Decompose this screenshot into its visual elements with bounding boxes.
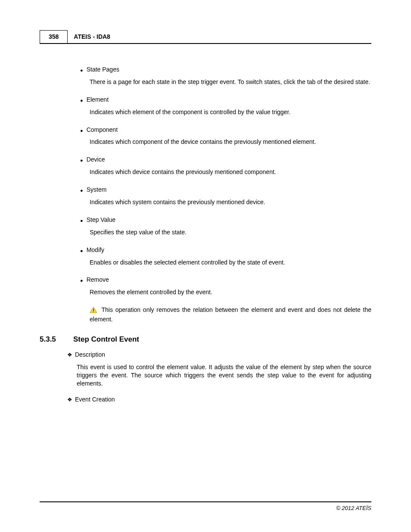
warning-note: This operation only removes the relation…	[90, 306, 371, 324]
bullet-description: There is a page for each state in the st…	[90, 78, 371, 86]
bullet-description: Enables or disables the selected element…	[90, 258, 371, 267]
bullet-description: Indicates which system contains the prev…	[90, 198, 371, 206]
warning-text: This operation only removes the relation…	[90, 306, 371, 323]
bullet-icon: ●	[80, 128, 83, 133]
bullet-description: Indicates which device contains the prev…	[90, 168, 371, 176]
bullet-icon: ●	[80, 278, 83, 283]
bullet-element: ● Element Indicates which element of the…	[80, 96, 371, 116]
bullet-state-pages: ● State Pages There is a page for each s…	[80, 65, 371, 86]
bullet-remove: ● Remove Removes the element controlled …	[80, 276, 371, 324]
bullet-system: ● System Indicates which system contains…	[80, 186, 371, 206]
bullet-description: Specifies the step value of the state.	[90, 228, 371, 236]
page-content: ● State Pages There is a page for each s…	[40, 65, 371, 403]
bullet-description: Indicates which element of the component…	[90, 108, 371, 116]
svg-rect-2	[93, 311, 94, 312]
bullet-component: ● Component Indicates which component of…	[80, 126, 371, 146]
diamond-icon: ❖	[67, 396, 72, 404]
bullet-modify: ● Modify Enables or disables the selecte…	[80, 246, 371, 267]
document-page: 358 ATEIS - IDA8 ● State Pages There is …	[0, 0, 411, 532]
page-footer: © 2012 ATEÏS	[40, 501, 371, 511]
bullet-description: Removes the element controlled by the ev…	[90, 288, 371, 296]
bullet-icon: ●	[80, 218, 83, 223]
bullet-title: Device	[87, 156, 105, 164]
copyright-text: © 2012 ATEÏS	[336, 505, 371, 511]
svg-rect-1	[93, 309, 94, 311]
section-number: 5.3.5	[40, 335, 73, 345]
document-title: ATEIS - IDA8	[68, 30, 116, 43]
bullet-title: State Pages	[87, 65, 119, 74]
bullet-icon: ●	[80, 158, 83, 163]
bullet-icon: ●	[80, 68, 83, 73]
section-title: Step Control Event	[73, 335, 139, 345]
bullet-icon: ●	[80, 188, 83, 193]
page-number: 358	[40, 30, 68, 43]
section-description-text: This event is used to control the elemen…	[77, 363, 371, 388]
bullet-title: System	[87, 186, 107, 194]
bullet-title: Element	[87, 96, 109, 104]
diamond-icon: ❖	[67, 351, 72, 359]
bullet-icon: ●	[80, 98, 83, 103]
subheading-label: Description	[75, 351, 105, 359]
bullet-title: Modify	[87, 246, 104, 254]
section-heading: 5.3.5 Step Control Event	[40, 335, 371, 345]
bullet-device: ● Device Indicates which device contains…	[80, 156, 371, 176]
bullet-title: Remove	[87, 276, 109, 284]
bullet-step-value: ● Step Value Specifies the step value of…	[80, 216, 371, 236]
bullet-title: Component	[87, 126, 118, 134]
bullet-description: Indicates which component of the device …	[90, 138, 371, 146]
warning-icon	[90, 307, 97, 315]
subheading-label: Event Creation	[75, 395, 115, 404]
page-header: 358 ATEIS - IDA8	[40, 30, 371, 44]
bullet-title: Step Value	[87, 216, 115, 224]
bullet-icon: ●	[80, 249, 83, 253]
subheading-description: ❖ Description	[67, 351, 371, 359]
subheading-event-creation: ❖ Event Creation	[67, 395, 371, 404]
